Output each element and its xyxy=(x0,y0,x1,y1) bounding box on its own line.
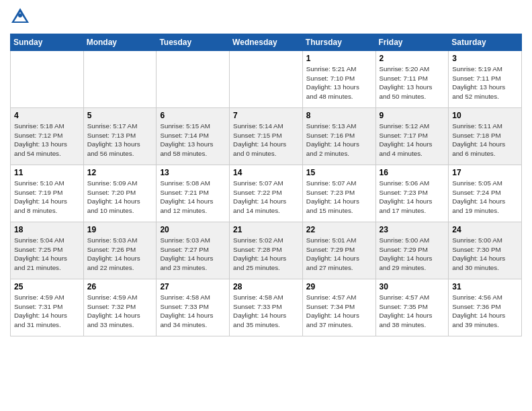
day-number: 13 xyxy=(160,168,226,177)
day-number: 28 xyxy=(233,282,299,291)
day-number: 5 xyxy=(87,111,153,120)
day-number: 24 xyxy=(452,225,518,234)
day-info: Sunrise: 5:17 AM Sunset: 7:13 PM Dayligh… xyxy=(87,122,153,158)
day-number: 3 xyxy=(452,54,518,63)
day-number: 8 xyxy=(306,111,372,120)
day-number: 7 xyxy=(233,111,299,120)
day-info: Sunrise: 5:07 AM Sunset: 7:23 PM Dayligh… xyxy=(306,179,372,216)
calendar-day-9: 9Sunrise: 5:12 AM Sunset: 7:17 PM Daylig… xyxy=(375,108,449,165)
calendar-day-19: 19Sunrise: 5:03 AM Sunset: 7:26 PM Dayli… xyxy=(83,222,157,279)
calendar-day-25: 25Sunrise: 4:59 AM Sunset: 7:31 PM Dayli… xyxy=(11,279,84,336)
calendar-day-5: 5Sunrise: 5:17 AM Sunset: 7:13 PM Daylig… xyxy=(83,108,157,165)
calendar-day-31: 31Sunrise: 4:56 AM Sunset: 7:36 PM Dayli… xyxy=(449,279,522,336)
day-info: Sunrise: 5:09 AM Sunset: 7:20 PM Dayligh… xyxy=(87,179,153,216)
calendar-day-10: 10Sunrise: 5:11 AM Sunset: 7:18 PM Dayli… xyxy=(449,108,522,165)
day-number: 14 xyxy=(233,168,299,177)
day-number: 20 xyxy=(160,225,226,234)
day-info: Sunrise: 4:59 AM Sunset: 7:31 PM Dayligh… xyxy=(14,293,80,330)
day-info: Sunrise: 5:02 AM Sunset: 7:28 PM Dayligh… xyxy=(233,236,299,273)
day-info: Sunrise: 5:13 AM Sunset: 7:16 PM Dayligh… xyxy=(306,122,372,158)
calendar-week-row: 18Sunrise: 5:04 AM Sunset: 7:25 PM Dayli… xyxy=(11,222,522,279)
calendar-empty-cell xyxy=(157,51,230,108)
day-number: 21 xyxy=(233,225,299,234)
calendar-empty-cell xyxy=(11,51,84,108)
day-info: Sunrise: 5:03 AM Sunset: 7:26 PM Dayligh… xyxy=(87,236,153,273)
day-number: 25 xyxy=(14,282,80,291)
day-info: Sunrise: 5:15 AM Sunset: 7:14 PM Dayligh… xyxy=(160,122,226,158)
calendar-day-28: 28Sunrise: 4:58 AM Sunset: 7:33 PM Dayli… xyxy=(230,279,303,336)
day-number: 6 xyxy=(160,111,226,120)
day-number: 17 xyxy=(452,168,518,177)
day-info: Sunrise: 5:01 AM Sunset: 7:29 PM Dayligh… xyxy=(306,236,372,273)
calendar-day-11: 11Sunrise: 5:10 AM Sunset: 7:19 PM Dayli… xyxy=(11,165,84,222)
weekday-header-row: SundayMondayTuesdayWednesdayThursdayFrid… xyxy=(11,34,522,51)
day-number: 1 xyxy=(306,54,372,63)
calendar-day-30: 30Sunrise: 4:57 AM Sunset: 7:35 PM Dayli… xyxy=(375,279,449,336)
calendar-empty-cell xyxy=(230,51,303,108)
day-number: 27 xyxy=(160,282,226,291)
calendar-day-8: 8Sunrise: 5:13 AM Sunset: 7:16 PM Daylig… xyxy=(302,108,375,165)
day-number: 29 xyxy=(306,282,372,291)
calendar-week-row: 25Sunrise: 4:59 AM Sunset: 7:31 PM Dayli… xyxy=(11,279,522,336)
weekday-header-wednesday: Wednesday xyxy=(230,34,303,51)
weekday-header-sunday: Sunday xyxy=(11,34,84,51)
svg-point-2 xyxy=(18,13,22,17)
calendar-day-17: 17Sunrise: 5:05 AM Sunset: 7:24 PM Dayli… xyxy=(449,165,522,222)
day-number: 9 xyxy=(380,111,445,120)
day-number: 16 xyxy=(380,168,445,177)
calendar-week-row: 4Sunrise: 5:18 AM Sunset: 7:12 PM Daylig… xyxy=(11,108,522,165)
day-number: 22 xyxy=(306,225,372,234)
day-info: Sunrise: 4:57 AM Sunset: 7:34 PM Dayligh… xyxy=(306,293,372,330)
calendar-day-24: 24Sunrise: 5:00 AM Sunset: 7:30 PM Dayli… xyxy=(449,222,522,279)
day-info: Sunrise: 5:07 AM Sunset: 7:22 PM Dayligh… xyxy=(233,179,299,216)
calendar-week-row: 11Sunrise: 5:10 AM Sunset: 7:19 PM Dayli… xyxy=(11,165,522,222)
calendar-day-15: 15Sunrise: 5:07 AM Sunset: 7:23 PM Dayli… xyxy=(302,165,375,222)
logo xyxy=(10,7,33,27)
day-number: 23 xyxy=(380,225,445,234)
day-info: Sunrise: 4:57 AM Sunset: 7:35 PM Dayligh… xyxy=(380,293,445,330)
weekday-header-saturday: Saturday xyxy=(449,34,522,51)
calendar-day-27: 27Sunrise: 4:58 AM Sunset: 7:33 PM Dayli… xyxy=(157,279,230,336)
day-number: 19 xyxy=(87,225,153,234)
day-info: Sunrise: 5:11 AM Sunset: 7:18 PM Dayligh… xyxy=(452,122,518,158)
calendar-day-1: 1Sunrise: 5:21 AM Sunset: 7:10 PM Daylig… xyxy=(302,51,375,108)
calendar-table: SundayMondayTuesdayWednesdayThursdayFrid… xyxy=(10,34,522,336)
day-info: Sunrise: 5:20 AM Sunset: 7:11 PM Dayligh… xyxy=(380,64,445,101)
calendar-day-14: 14Sunrise: 5:07 AM Sunset: 7:22 PM Dayli… xyxy=(230,165,303,222)
day-info: Sunrise: 5:08 AM Sunset: 7:21 PM Dayligh… xyxy=(160,179,226,216)
day-number: 12 xyxy=(87,168,153,177)
calendar-day-26: 26Sunrise: 4:59 AM Sunset: 7:32 PM Dayli… xyxy=(83,279,157,336)
calendar-day-3: 3Sunrise: 5:19 AM Sunset: 7:11 PM Daylig… xyxy=(449,51,522,108)
day-info: Sunrise: 4:58 AM Sunset: 7:33 PM Dayligh… xyxy=(160,293,226,330)
day-number: 15 xyxy=(306,168,372,177)
calendar-day-21: 21Sunrise: 5:02 AM Sunset: 7:28 PM Dayli… xyxy=(230,222,303,279)
day-number: 10 xyxy=(452,111,518,120)
calendar-day-22: 22Sunrise: 5:01 AM Sunset: 7:29 PM Dayli… xyxy=(302,222,375,279)
day-number: 2 xyxy=(380,54,445,63)
day-info: Sunrise: 5:04 AM Sunset: 7:25 PM Dayligh… xyxy=(14,236,80,273)
calendar-day-4: 4Sunrise: 5:18 AM Sunset: 7:12 PM Daylig… xyxy=(11,108,84,165)
day-info: Sunrise: 4:56 AM Sunset: 7:36 PM Dayligh… xyxy=(452,293,518,330)
calendar-empty-cell xyxy=(83,51,157,108)
day-info: Sunrise: 5:10 AM Sunset: 7:19 PM Dayligh… xyxy=(14,179,80,216)
day-info: Sunrise: 5:14 AM Sunset: 7:15 PM Dayligh… xyxy=(233,122,299,158)
weekday-header-thursday: Thursday xyxy=(302,34,375,51)
day-number: 31 xyxy=(452,282,518,291)
page-header xyxy=(10,7,522,27)
calendar-week-row: 1Sunrise: 5:21 AM Sunset: 7:10 PM Daylig… xyxy=(11,51,522,108)
weekday-header-monday: Monday xyxy=(83,34,157,51)
day-number: 30 xyxy=(380,282,445,291)
weekday-header-friday: Friday xyxy=(375,34,449,51)
day-number: 18 xyxy=(14,225,80,234)
day-info: Sunrise: 5:00 AM Sunset: 7:30 PM Dayligh… xyxy=(452,236,518,273)
day-number: 4 xyxy=(14,111,80,120)
day-number: 11 xyxy=(14,168,80,177)
day-info: Sunrise: 5:12 AM Sunset: 7:17 PM Dayligh… xyxy=(380,122,445,158)
weekday-header-tuesday: Tuesday xyxy=(157,34,230,51)
calendar-day-13: 13Sunrise: 5:08 AM Sunset: 7:21 PM Dayli… xyxy=(157,165,230,222)
calendar-day-16: 16Sunrise: 5:06 AM Sunset: 7:23 PM Dayli… xyxy=(375,165,449,222)
day-info: Sunrise: 5:19 AM Sunset: 7:11 PM Dayligh… xyxy=(452,64,518,101)
day-info: Sunrise: 5:18 AM Sunset: 7:12 PM Dayligh… xyxy=(14,122,80,158)
day-info: Sunrise: 5:06 AM Sunset: 7:23 PM Dayligh… xyxy=(380,179,445,216)
day-info: Sunrise: 5:21 AM Sunset: 7:10 PM Dayligh… xyxy=(306,64,372,101)
